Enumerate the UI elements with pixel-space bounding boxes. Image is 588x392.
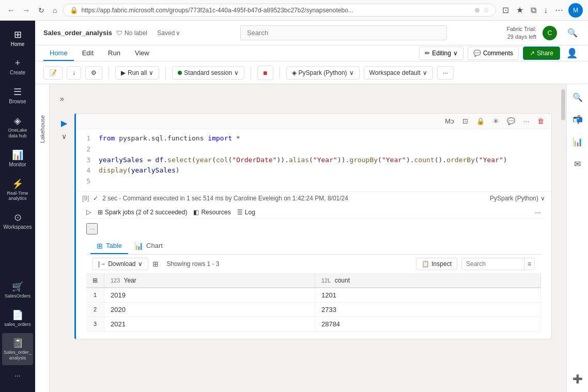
back-button[interactable]: ← xyxy=(5,4,17,17)
right-notifications-button[interactable]: 📬 xyxy=(568,111,587,129)
run-all-button[interactable]: ▶ Run all ∨ xyxy=(115,66,159,80)
settings-icon: ⚙ xyxy=(91,69,97,76)
editing-label: Editing xyxy=(432,50,451,57)
session-dropdown[interactable]: Standard session ∨ xyxy=(172,66,244,80)
no-label-badge[interactable]: 🛡 No label xyxy=(116,29,147,37)
scrollbar[interactable] xyxy=(560,84,566,392)
scrollbar-thumb[interactable] xyxy=(561,89,565,120)
inspect-button[interactable]: 📋 Inspect xyxy=(416,258,457,270)
more-options-button[interactable]: ··· xyxy=(437,66,454,80)
comments-button[interactable]: 💬 Comments xyxy=(468,46,519,60)
download-data-button[interactable]: |→ Download ∨ xyxy=(92,258,148,270)
browser-action-5[interactable]: ⋯ xyxy=(553,3,565,17)
bookmark-icon: ☆ xyxy=(483,6,489,14)
workspace-dropdown[interactable]: Workspace default ∨ xyxy=(364,66,433,80)
user-profile-avatar[interactable]: C xyxy=(543,26,557,40)
code-line-4: 4 display(yearlySales) xyxy=(82,165,545,176)
cell-chevron-button[interactable]: ∨ xyxy=(60,131,68,142)
header-search-input[interactable] xyxy=(240,25,447,40)
data-output-more-button[interactable]: ··· xyxy=(86,223,98,234)
saved-button[interactable]: Saved ∨ xyxy=(157,29,180,37)
browser-action-2[interactable]: ★ xyxy=(514,3,525,17)
spark-jobs-item[interactable]: ⊞ Spark jobs (2 of 2 succeeded) xyxy=(98,209,187,216)
add-cell-button[interactable]: 📝 xyxy=(43,66,63,80)
collapse-area: » xyxy=(58,92,552,105)
dot-separator: · xyxy=(151,29,153,37)
tab-chart[interactable]: 📊 Chart xyxy=(128,239,169,254)
sidebar-item-more[interactable]: ··· xyxy=(2,367,33,384)
workspace-label: Workspace default xyxy=(369,69,421,76)
sidebar-item-create[interactable]: + Create xyxy=(2,54,33,80)
search-top-button[interactable]: 🔍 xyxy=(565,26,580,40)
sidebar-item-monitor[interactable]: 📊 Monitor xyxy=(2,145,33,172)
cell-tool-lock[interactable]: 🔒 xyxy=(473,116,488,127)
lakehouse-label[interactable]: Lakehouse xyxy=(39,115,45,143)
sidebar-item-browse[interactable]: ☰ Browse xyxy=(2,82,33,109)
editing-button[interactable]: ✏ Editing ∨ xyxy=(419,46,463,60)
table-header-icon: ⊞ xyxy=(86,274,104,288)
browser-action-3[interactable]: ⧉ xyxy=(529,4,538,17)
spark-resources-icon: ◧ xyxy=(193,209,199,216)
right-chart-button[interactable]: 📊 xyxy=(568,133,587,151)
runtime-label: PySpark (Python) xyxy=(490,195,538,202)
rows-info: Showing rows 1 - 3 xyxy=(167,260,220,268)
home-button[interactable]: ⌂ xyxy=(51,4,59,17)
stop-button[interactable]: ■ xyxy=(257,66,273,80)
sidebar-item-workspaces[interactable]: ⊙ Workspaces xyxy=(2,208,33,234)
sidebar-item-home[interactable]: ⊞ Home xyxy=(2,25,33,52)
cell-count-1: 1201 xyxy=(315,288,540,303)
tab-run[interactable]: Run xyxy=(102,46,127,61)
collapse-button[interactable]: » xyxy=(58,92,66,105)
sidebar-monitor-label: Monitor xyxy=(9,162,26,168)
download-dropdown-icon: ∨ xyxy=(138,260,143,268)
refresh-button[interactable]: ↻ xyxy=(36,4,47,17)
download-button[interactable]: ↓ xyxy=(67,66,81,80)
sidebar-item-analysis[interactable]: 📓 Sales_order_analysis xyxy=(2,333,33,365)
runtime-dropdown-button[interactable]: ∨ xyxy=(540,195,545,202)
sidebar-item-salesorders[interactable]: 🛒 SalesOrders xyxy=(2,277,33,303)
ribbon-separator-1 xyxy=(109,67,109,79)
cell-tool-md[interactable]: Mↄ xyxy=(442,116,457,127)
pencil-icon: ✏ xyxy=(425,50,430,57)
forward-button[interactable]: → xyxy=(21,4,32,17)
browser-action-4[interactable]: ↓ xyxy=(541,4,550,17)
right-mail-button[interactable]: ✉ xyxy=(570,155,585,173)
cell-run-button[interactable]: ▶ xyxy=(60,117,68,129)
spark-resources-item[interactable]: ◧ Resources xyxy=(193,209,230,216)
code-area[interactable]: 1 from pyspark.sql.functions import * 2 … xyxy=(76,129,551,191)
file-name: Sales_order_analysis xyxy=(43,29,112,37)
spark-jobs-label: Spark jobs (2 of 2 succeeded) xyxy=(105,209,187,216)
table-search-input[interactable] xyxy=(462,258,524,270)
url-bar[interactable]: 🔒 https://app.fabric.microsoft.com/group… xyxy=(63,4,496,17)
cell-main: Mↄ ⊡ 🔒 ✳ 💬 ··· 🗑 1 from py xyxy=(74,113,552,339)
add-cell-icon: 📝 xyxy=(49,69,57,76)
sidebar-item-onelake[interactable]: ◈ OneLakedata hub xyxy=(2,111,33,143)
share-button[interactable]: ↗ Share xyxy=(523,46,560,60)
code-line-5: 5 xyxy=(82,176,545,187)
cell-year-1: 2019 xyxy=(104,288,315,303)
tab-view[interactable]: View xyxy=(129,46,156,61)
spark-expand-button[interactable]: ▷ xyxy=(86,208,91,216)
people-icon-btn[interactable]: 👤 xyxy=(564,45,580,61)
table-filter-button[interactable]: ≡ xyxy=(524,258,534,270)
sidebar-item-realtime[interactable]: ⚡ Real-Timeanalytics xyxy=(2,174,33,206)
cell-tool-delete[interactable]: 🗑 xyxy=(534,116,547,127)
tab-table[interactable]: ⊞ Table xyxy=(90,239,128,254)
notebook-main[interactable]: » ▶ ∨ Mↄ ⊡ 🔒 ✳ 💬 xyxy=(50,84,560,392)
tab-edit[interactable]: Edit xyxy=(76,46,100,61)
settings-button[interactable]: ⚙ xyxy=(85,66,102,80)
tab-home[interactable]: Home xyxy=(43,46,74,61)
right-add-button[interactable]: ➕ xyxy=(568,370,587,388)
user-avatar[interactable]: M xyxy=(568,3,583,18)
browser-action-1[interactable]: ⊡ xyxy=(500,3,511,17)
cell-tool-comment[interactable]: 💬 xyxy=(504,116,518,127)
cell-tool-star[interactable]: ✳ xyxy=(490,116,502,127)
right-search-button[interactable]: 🔍 xyxy=(568,88,587,106)
comments-label: Comments xyxy=(483,50,513,57)
spark-more-button[interactable]: ··· xyxy=(535,208,541,216)
sidebar-item-sales-orders-file[interactable]: 📄 sales_orders xyxy=(2,305,33,332)
kernel-dropdown[interactable]: ◈ PySpark (Python) ∨ xyxy=(286,66,360,80)
cell-tool-more[interactable]: ··· xyxy=(520,116,532,127)
cell-tool-copy[interactable]: ⊡ xyxy=(459,116,471,127)
spark-log-item[interactable]: ☰ Log xyxy=(237,209,255,216)
